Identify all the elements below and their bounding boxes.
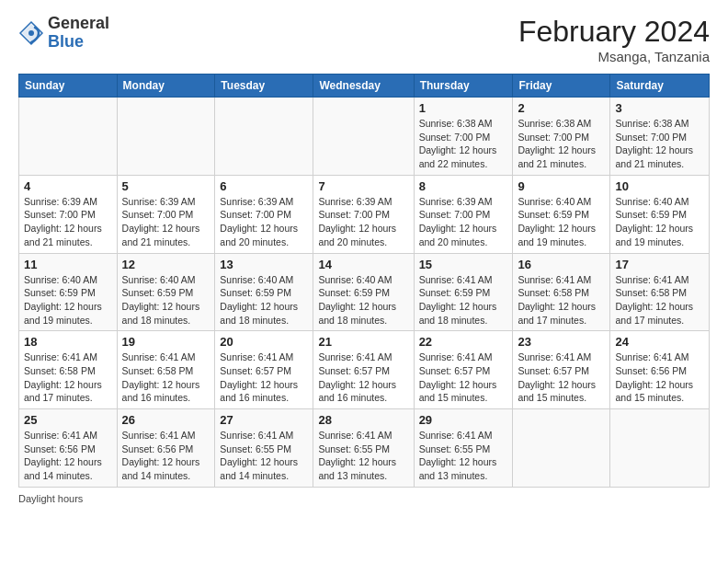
calendar-cell: 12Sunrise: 6:40 AM Sunset: 6:59 PM Dayli… <box>117 253 215 331</box>
day-number: 23 <box>518 335 605 349</box>
calendar-cell: 29Sunrise: 6:41 AM Sunset: 6:55 PM Dayli… <box>414 409 513 488</box>
logo: General Blue <box>18 15 109 52</box>
day-number: 22 <box>419 335 508 349</box>
calendar-week-3: 11Sunrise: 6:40 AM Sunset: 6:59 PM Dayli… <box>19 253 710 331</box>
calendar-cell: 6Sunrise: 6:39 AM Sunset: 7:00 PM Daylig… <box>215 175 313 253</box>
title-month: February 2024 <box>518 15 710 49</box>
day-info: Sunrise: 6:39 AM Sunset: 7:00 PM Dayligh… <box>419 195 508 249</box>
day-number: 16 <box>518 258 605 271</box>
calendar-cell: 10Sunrise: 6:40 AM Sunset: 6:59 PM Dayli… <box>610 175 710 253</box>
header: General Blue February 2024 Msanga, Tanza… <box>18 15 710 64</box>
calendar-cell: 25Sunrise: 6:41 AM Sunset: 6:56 PM Dayli… <box>19 409 118 488</box>
calendar-header-row: Sunday Monday Tuesday Wednesday Thursday… <box>19 75 710 98</box>
day-number: 21 <box>318 335 408 349</box>
day-info: Sunrise: 6:41 AM Sunset: 6:55 PM Dayligh… <box>318 429 408 483</box>
calendar-cell: 14Sunrise: 6:40 AM Sunset: 6:59 PM Dayli… <box>313 253 414 331</box>
day-info: Sunrise: 6:41 AM Sunset: 6:57 PM Dayligh… <box>220 350 308 405</box>
calendar-cell: 2Sunrise: 6:38 AM Sunset: 7:00 PM Daylig… <box>513 98 610 176</box>
calendar-cell <box>610 409 710 488</box>
calendar-cell: 16Sunrise: 6:41 AM Sunset: 6:58 PM Dayli… <box>513 253 610 331</box>
calendar-cell: 15Sunrise: 6:41 AM Sunset: 6:59 PM Dayli… <box>414 253 513 331</box>
day-number: 2 <box>518 101 605 115</box>
day-info: Sunrise: 6:39 AM Sunset: 7:00 PM Dayligh… <box>318 195 408 249</box>
col-thursday: Thursday <box>414 75 513 98</box>
day-number: 10 <box>615 179 704 193</box>
calendar-week-1: 1Sunrise: 6:38 AM Sunset: 7:00 PM Daylig… <box>19 98 710 176</box>
day-number: 11 <box>24 258 112 271</box>
calendar-cell <box>215 98 313 176</box>
day-info: Sunrise: 6:41 AM Sunset: 6:58 PM Dayligh… <box>24 350 112 405</box>
calendar-cell: 24Sunrise: 6:41 AM Sunset: 6:56 PM Dayli… <box>610 331 710 409</box>
day-number: 19 <box>122 335 210 349</box>
calendar-cell <box>117 98 215 176</box>
calendar-cell: 9Sunrise: 6:40 AM Sunset: 6:59 PM Daylig… <box>513 175 610 253</box>
day-info: Sunrise: 6:38 AM Sunset: 7:00 PM Dayligh… <box>615 117 704 171</box>
day-number: 7 <box>318 179 408 193</box>
day-info: Sunrise: 6:39 AM Sunset: 7:00 PM Dayligh… <box>220 195 308 249</box>
day-info: Sunrise: 6:41 AM Sunset: 6:58 PM Dayligh… <box>122 350 210 405</box>
legend: Daylight hours <box>18 493 710 504</box>
day-number: 9 <box>518 179 605 193</box>
day-info: Sunrise: 6:40 AM Sunset: 6:59 PM Dayligh… <box>318 273 408 327</box>
title-location: Msanga, Tanzania <box>518 49 710 64</box>
day-number: 24 <box>615 335 704 349</box>
day-number: 20 <box>220 335 308 349</box>
col-sunday: Sunday <box>19 75 118 98</box>
col-monday: Monday <box>117 75 215 98</box>
calendar-body: 1Sunrise: 6:38 AM Sunset: 7:00 PM Daylig… <box>19 98 710 488</box>
svg-point-2 <box>28 30 34 36</box>
calendar-cell: 28Sunrise: 6:41 AM Sunset: 6:55 PM Dayli… <box>313 409 414 488</box>
day-number: 6 <box>220 179 308 193</box>
logo-icon <box>18 20 44 46</box>
day-number: 12 <box>122 258 210 271</box>
col-tuesday: Tuesday <box>215 75 313 98</box>
day-info: Sunrise: 6:41 AM Sunset: 6:59 PM Dayligh… <box>419 273 508 327</box>
calendar-cell: 11Sunrise: 6:40 AM Sunset: 6:59 PM Dayli… <box>19 253 118 331</box>
calendar-cell: 5Sunrise: 6:39 AM Sunset: 7:00 PM Daylig… <box>117 175 215 253</box>
calendar-cell: 21Sunrise: 6:41 AM Sunset: 6:57 PM Dayli… <box>313 331 414 409</box>
col-wednesday: Wednesday <box>313 75 414 98</box>
calendar-cell: 4Sunrise: 6:39 AM Sunset: 7:00 PM Daylig… <box>19 175 118 253</box>
day-number: 1 <box>419 101 508 115</box>
calendar-cell: 27Sunrise: 6:41 AM Sunset: 6:55 PM Dayli… <box>215 409 313 488</box>
logo-blue: Blue <box>48 32 84 51</box>
page: General Blue February 2024 Msanga, Tanza… <box>0 0 728 513</box>
day-info: Sunrise: 6:40 AM Sunset: 6:59 PM Dayligh… <box>615 195 704 249</box>
day-number: 29 <box>419 413 508 427</box>
calendar-cell <box>19 98 118 176</box>
calendar-cell: 20Sunrise: 6:41 AM Sunset: 6:57 PM Dayli… <box>215 331 313 409</box>
day-info: Sunrise: 6:41 AM Sunset: 6:57 PM Dayligh… <box>518 350 605 405</box>
calendar-cell: 13Sunrise: 6:40 AM Sunset: 6:59 PM Dayli… <box>215 253 313 331</box>
day-number: 26 <box>122 413 210 427</box>
day-number: 18 <box>24 335 112 349</box>
day-info: Sunrise: 6:40 AM Sunset: 6:59 PM Dayligh… <box>518 195 605 249</box>
logo-text: General Blue <box>48 15 109 52</box>
calendar-table: Sunday Monday Tuesday Wednesday Thursday… <box>18 74 710 488</box>
title-block: February 2024 Msanga, Tanzania <box>518 15 710 64</box>
day-info: Sunrise: 6:41 AM Sunset: 6:55 PM Dayligh… <box>419 429 508 483</box>
day-number: 27 <box>220 413 308 427</box>
day-info: Sunrise: 6:41 AM Sunset: 6:57 PM Dayligh… <box>318 350 408 405</box>
col-friday: Friday <box>513 75 610 98</box>
logo-general: General <box>48 14 109 32</box>
calendar-cell: 26Sunrise: 6:41 AM Sunset: 6:56 PM Dayli… <box>117 409 215 488</box>
day-info: Sunrise: 6:41 AM Sunset: 6:56 PM Dayligh… <box>24 429 112 483</box>
calendar-cell: 8Sunrise: 6:39 AM Sunset: 7:00 PM Daylig… <box>414 175 513 253</box>
day-info: Sunrise: 6:39 AM Sunset: 7:00 PM Dayligh… <box>24 195 112 249</box>
day-number: 15 <box>419 258 508 271</box>
day-info: Sunrise: 6:40 AM Sunset: 6:59 PM Dayligh… <box>220 273 308 327</box>
calendar-week-2: 4Sunrise: 6:39 AM Sunset: 7:00 PM Daylig… <box>19 175 710 253</box>
calendar-cell: 7Sunrise: 6:39 AM Sunset: 7:00 PM Daylig… <box>313 175 414 253</box>
day-info: Sunrise: 6:38 AM Sunset: 7:00 PM Dayligh… <box>518 117 605 171</box>
calendar-week-4: 18Sunrise: 6:41 AM Sunset: 6:58 PM Dayli… <box>19 331 710 409</box>
day-number: 5 <box>122 179 210 193</box>
day-info: Sunrise: 6:41 AM Sunset: 6:55 PM Dayligh… <box>220 429 308 483</box>
day-info: Sunrise: 6:39 AM Sunset: 7:00 PM Dayligh… <box>122 195 210 249</box>
calendar-cell: 19Sunrise: 6:41 AM Sunset: 6:58 PM Dayli… <box>117 331 215 409</box>
calendar-cell: 22Sunrise: 6:41 AM Sunset: 6:57 PM Dayli… <box>414 331 513 409</box>
day-info: Sunrise: 6:40 AM Sunset: 6:59 PM Dayligh… <box>24 273 112 327</box>
day-info: Sunrise: 6:41 AM Sunset: 6:57 PM Dayligh… <box>419 350 508 405</box>
day-number: 28 <box>318 413 408 427</box>
calendar-cell: 17Sunrise: 6:41 AM Sunset: 6:58 PM Dayli… <box>610 253 710 331</box>
calendar-cell <box>513 409 610 488</box>
